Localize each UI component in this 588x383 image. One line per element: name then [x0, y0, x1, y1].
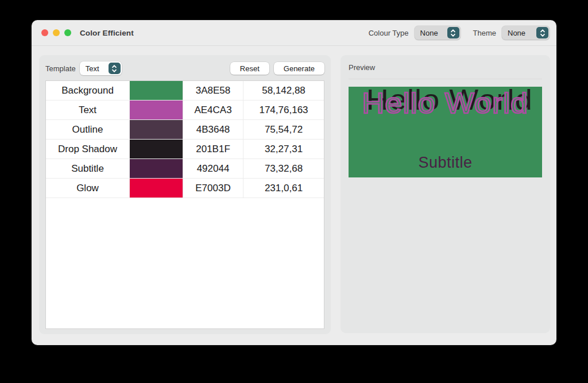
minimize-window-button[interactable] — [53, 29, 60, 36]
preview-subtitle-text: Subtitle — [418, 154, 472, 172]
hex-cell[interactable]: 492044 — [183, 159, 243, 178]
rgb-cell[interactable]: 73,32,68 — [243, 159, 324, 178]
template-value: Text — [80, 64, 107, 73]
hex-cell[interactable]: 3A8E58 — [183, 81, 243, 100]
traffic-lights — [41, 29, 71, 36]
row-name-cell[interactable]: Background — [46, 81, 130, 100]
desktop-background: { "window": { "title": "Color Efficient"… — [0, 0, 588, 383]
template-panel: Template Text Reset Generate Background … — [39, 55, 331, 334]
hex-cell[interactable]: 201B1F — [183, 140, 243, 158]
preview-panel-title: Preview — [349, 62, 542, 79]
template-select[interactable]: Text — [80, 61, 122, 75]
preview-heading-text: Hello World — [362, 88, 529, 119]
table-row[interactable]: Text AE4CA3 174,76,163 — [46, 100, 324, 120]
updown-chevrons-icon — [447, 27, 459, 38]
color-swatch[interactable] — [130, 81, 183, 100]
rgb-cell[interactable]: 58,142,88 — [243, 81, 324, 100]
app-window: Color Efficient Colour Type None Theme N… — [32, 20, 556, 345]
row-name-cell[interactable]: Glow — [46, 179, 130, 198]
table-row[interactable]: Background 3A8E58 58,142,88 — [46, 81, 324, 100]
rgb-cell[interactable]: 231,0,61 — [243, 179, 324, 198]
hex-cell[interactable]: E7003D — [183, 179, 243, 198]
preview-panel: Preview Hello World Subtitle — [341, 55, 550, 333]
window-title: Color Efficient — [80, 29, 134, 37]
theme-value: None — [502, 29, 535, 37]
colour-type-value: None — [415, 29, 446, 37]
table-row[interactable]: Glow E7003D 231,0,61 — [46, 179, 324, 198]
color-swatch[interactable] — [130, 140, 183, 158]
close-window-button[interactable] — [41, 29, 48, 36]
hex-cell[interactable]: 4B3648 — [183, 120, 243, 139]
colour-type-label: Colour Type — [369, 29, 409, 37]
color-swatch[interactable] — [130, 120, 183, 139]
color-table: Background 3A8E58 58,142,88 Text AE4CA3 … — [45, 80, 324, 329]
color-swatch[interactable] — [130, 179, 183, 198]
updown-chevrons-icon — [536, 27, 548, 38]
row-name-cell[interactable]: Drop Shadow — [46, 140, 130, 158]
row-name-cell[interactable]: Outline — [46, 120, 130, 139]
titlebar: Color Efficient Colour Type None Theme N… — [32, 20, 556, 46]
zoom-window-button[interactable] — [64, 29, 71, 36]
colour-type-select[interactable]: None — [415, 26, 461, 40]
row-name-cell[interactable]: Text — [46, 100, 130, 119]
rgb-cell[interactable]: 75,54,72 — [243, 120, 324, 139]
hex-cell[interactable]: AE4CA3 — [183, 100, 243, 119]
color-swatch[interactable] — [130, 159, 183, 178]
table-row[interactable]: Subtitle 492044 73,32,68 — [46, 159, 324, 179]
generate-button[interactable]: Generate — [274, 62, 324, 75]
table-row[interactable]: Outline 4B3648 75,54,72 — [46, 120, 324, 140]
rgb-cell[interactable]: 174,76,163 — [243, 100, 324, 119]
template-label: Template — [45, 64, 76, 73]
color-swatch[interactable] — [130, 100, 183, 119]
template-toolbar: Template Text Reset Generate — [45, 61, 324, 75]
preview-image: Hello World Subtitle — [349, 87, 542, 177]
updown-chevrons-icon — [109, 63, 121, 74]
rgb-cell[interactable]: 32,27,31 — [243, 140, 324, 158]
reset-button[interactable]: Reset — [230, 62, 269, 75]
theme-label: Theme — [473, 29, 496, 37]
divider — [349, 79, 542, 79]
table-row[interactable]: Drop Shadow 201B1F 32,27,31 — [46, 140, 324, 159]
theme-select[interactable]: None — [502, 26, 550, 40]
row-name-cell[interactable]: Subtitle — [46, 159, 130, 178]
